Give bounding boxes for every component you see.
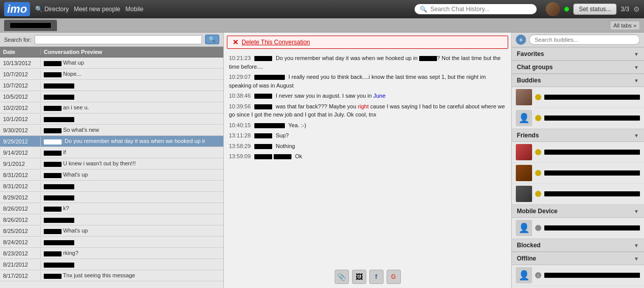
section-header-buddies[interactable]: Buddies ▼ <box>512 74 644 87</box>
chat-date: 9/14/2012 <box>0 148 41 157</box>
section-title-favorites: Favorites <box>517 50 544 57</box>
section-header-favorites[interactable]: Favorites ▼ <box>512 47 644 61</box>
search-for-input[interactable] <box>35 35 202 44</box>
chat-date: 10/5/2012 <box>0 92 41 101</box>
chat-preview: What up <box>41 58 223 67</box>
delete-conversation-button[interactable]: Delete This Conversation <box>242 39 310 46</box>
chat-preview: What's up <box>41 170 223 179</box>
chevron-down-icon: ▼ <box>634 78 639 83</box>
chat-date: 8/24/2012 <box>0 238 41 247</box>
left-panel: Search for: 🔍 Date Conversation Preview … <box>0 33 224 288</box>
friend-item[interactable] <box>512 163 644 184</box>
chat-date: 9/1/2012 <box>0 159 41 168</box>
list-item[interactable]: 10/1/2012 <box>0 113 223 125</box>
section-header-blocked[interactable]: Blocked ▼ <box>512 239 644 252</box>
nav-directory[interactable]: 🔍 Directory <box>35 6 69 13</box>
set-status-button[interactable]: Set status... <box>573 4 617 15</box>
message-line: 10:29:07 I really need you to think back… <box>229 73 506 90</box>
buddy-name <box>544 150 640 155</box>
list-item[interactable]: 10/5/2012 <box>0 91 223 102</box>
buddies-search-input[interactable] <box>529 35 640 45</box>
nav-mobile[interactable]: Mobile <box>126 6 143 13</box>
avatar: 👤 <box>516 267 532 283</box>
list-item[interactable]: 8/24/2012 <box>0 237 223 248</box>
attachment-icon[interactable]: 📎 <box>335 270 349 284</box>
friend-item[interactable] <box>512 142 644 163</box>
col-convo-header: Conversation Preview <box>41 49 223 55</box>
chat-preview: rking? <box>41 248 223 257</box>
list-item[interactable]: 9/30/2012 So what's new <box>0 125 223 136</box>
list-item[interactable]: 10/2/2012 an i see u. <box>0 102 223 113</box>
list-item[interactable]: 8/23/2012 rking? <box>0 248 223 259</box>
close-conversation-button[interactable]: ✕ <box>232 38 239 46</box>
chat-preview <box>41 181 223 190</box>
status-icon: ○ <box>535 272 541 278</box>
image-icon[interactable]: 🖼 <box>352 270 366 284</box>
section-title-chat-groups: Chat groups <box>517 64 553 71</box>
list-item[interactable]: 9/1/2012 U knew i wasn't out by then!!! <box>0 158 223 169</box>
list-item[interactable]: 10/13/2012 What up <box>0 57 223 69</box>
chat-date: 8/23/2012 <box>0 249 41 258</box>
list-item[interactable]: 10/7/2012 Nope... <box>0 69 223 80</box>
avatar: 👤 <box>516 110 532 126</box>
section-title-friends: Friends <box>517 132 539 139</box>
status-icon <box>535 191 541 197</box>
search-for-button[interactable]: 🔍 <box>205 35 219 44</box>
list-item[interactable]: 9/29/2012 : Do you remember what day it … <box>0 136 223 147</box>
chat-preview: Tnx just seeing this message <box>41 271 223 280</box>
nav-meet[interactable]: Meet new people <box>74 6 120 13</box>
list-item[interactable]: 8/26/2012 <box>0 214 223 225</box>
mobile-item[interactable]: 👤 <box>512 218 644 239</box>
section-header-offline[interactable]: Offline ▼ <box>512 252 644 265</box>
chat-date: 10/13/2012 <box>0 59 41 68</box>
message-line: 10:38:46 I never saw you in august. I sa… <box>229 92 506 100</box>
buddy-item[interactable] <box>512 87 644 108</box>
chat-preview: Nope... <box>41 69 223 78</box>
all-tabs-button[interactable]: All tabs » <box>610 21 640 30</box>
list-item[interactable]: 9/14/2012 if <box>0 147 223 158</box>
list-item[interactable]: 8/17/2012 Tnx just seeing this message <box>0 270 223 281</box>
list-item[interactable]: 8/26/2012 k? <box>0 203 223 214</box>
offline-item[interactable]: 👤 ○ <box>512 265 644 286</box>
friend-item[interactable] <box>512 184 644 205</box>
chat-preview <box>41 237 223 246</box>
online-status-dot <box>564 7 569 12</box>
list-item[interactable]: 8/21/2012 <box>0 259 223 270</box>
buddy-name <box>544 95 640 100</box>
facebook-icon[interactable]: f <box>369 270 384 284</box>
search-history-input[interactable] <box>430 6 532 13</box>
section-header-mobile[interactable]: Mobile Device ▼ <box>512 205 644 218</box>
tab-count: 3/3 <box>621 6 629 13</box>
header-right: Set status... 3/3 ⚙ <box>546 2 640 16</box>
list-item[interactable]: 10/7/2012 <box>0 80 223 91</box>
list-item[interactable]: 8/29/2012 <box>0 192 223 203</box>
chevron-down-icon: ▼ <box>634 51 639 57</box>
chat-date: 8/21/2012 <box>0 260 41 269</box>
section-title-blocked: Blocked <box>517 242 541 249</box>
icons-row: 📎 🖼 f G <box>224 266 511 288</box>
chat-date: 8/31/2012 <box>0 170 41 180</box>
list-item[interactable]: 8/31/2012 What's up <box>0 169 223 181</box>
buddy-item[interactable]: 👤 <box>512 108 644 129</box>
gear-icon[interactable]: ⚙ <box>633 5 640 13</box>
section-title-buddies: Buddies <box>517 77 541 84</box>
section-title-offline: Offline <box>517 255 536 262</box>
chevron-down-icon: ▼ <box>634 256 639 262</box>
section-header-chat-groups[interactable]: Chat groups ▼ <box>512 61 644 74</box>
active-tab[interactable] <box>4 20 57 31</box>
message-line: 13:11:28 Sup? <box>229 131 506 140</box>
list-item[interactable]: 8/25/2012 What's up <box>0 225 223 237</box>
chat-preview: U knew i wasn't out by then!!! <box>41 159 223 168</box>
section-header-friends[interactable]: Friends ▼ <box>512 129 644 142</box>
avatar: 👤 <box>516 220 532 236</box>
add-buddy-button[interactable]: + <box>516 35 526 45</box>
avatar <box>516 144 532 160</box>
google-icon[interactable]: G <box>387 270 401 284</box>
buddy-name <box>544 170 640 176</box>
chat-date: 10/2/2012 <box>0 103 41 112</box>
table-header: Date Conversation Preview <box>0 47 223 57</box>
chat-preview: an i see u. <box>41 103 223 112</box>
list-item[interactable]: 8/31/2012 <box>0 181 223 192</box>
delete-bar: ✕ Delete This Conversation <box>227 36 508 49</box>
chat-preview <box>41 92 223 101</box>
